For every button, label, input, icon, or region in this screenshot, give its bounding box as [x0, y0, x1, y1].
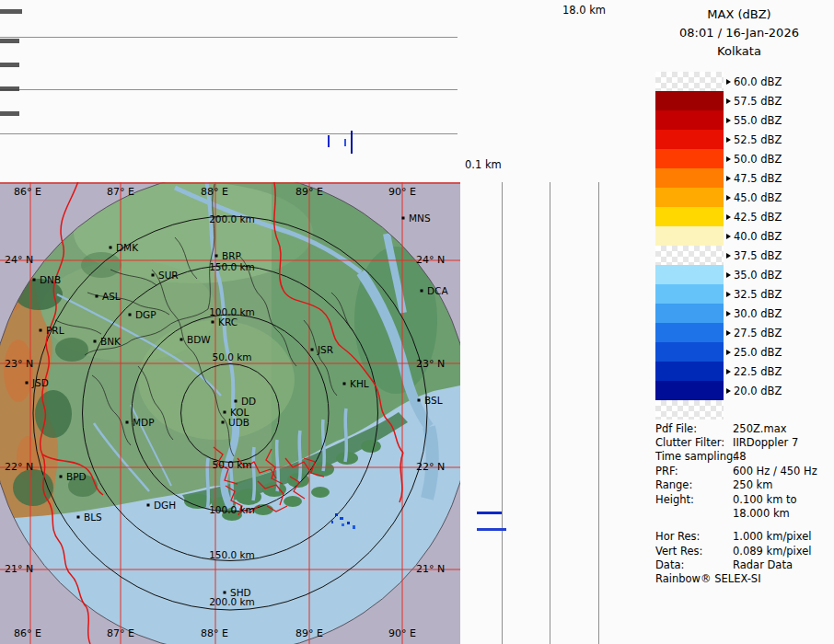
scale-tick-arrow — [726, 195, 731, 201]
scale-tick-arrow — [726, 214, 731, 220]
profile-gridline — [598, 182, 599, 644]
latitude-label: 22° N — [416, 461, 445, 473]
scale-label: 52.5 dBZ — [734, 133, 782, 146]
scale-row: 20.0 dBZ — [655, 381, 782, 400]
latitude-label: 24° N — [5, 254, 33, 266]
height-axis-tick — [0, 9, 22, 14]
scale-tick-arrow — [726, 253, 731, 259]
station-label: BLS — [84, 512, 102, 523]
longitude-label: 86° E — [14, 627, 41, 639]
station-dot — [96, 295, 98, 298]
station-label: MNS — [409, 213, 431, 224]
info-value: 0.089 km/pixel — [733, 545, 812, 558]
scale-row: 37.5 dBZ — [655, 246, 782, 265]
station-label: ASL — [102, 291, 121, 302]
longitude-label: 89° E — [295, 186, 323, 198]
longitude-label: 87° E — [107, 627, 134, 639]
scale-tick-arrow — [726, 272, 731, 278]
info-label: Range: — [655, 478, 733, 491]
scale-label: 22.5 dBZ — [734, 365, 782, 378]
side-axis-max-label: 18.0 km — [562, 4, 606, 17]
scale-tick-arrow — [726, 330, 731, 336]
profile-gridline — [0, 37, 458, 38]
scale-row: 32.5 dBZ — [655, 284, 782, 304]
scale-row: 47.5 dBZ — [655, 168, 782, 188]
side-axis-origin-label: 0.1 km — [465, 158, 502, 171]
legend-header: MAX (dBZ) 08:01 / 16-Jan-2026 Kolkata — [654, 6, 825, 61]
info-row: Clutter Filter:IIRDoppler 7 — [655, 435, 817, 449]
longitude-label: 87° E — [107, 186, 134, 198]
station-label: JSD — [31, 377, 49, 388]
scale-row: 45.0 dBZ — [655, 188, 782, 207]
station-label: SUR — [158, 270, 179, 281]
scale-row: 25.0 dBZ — [655, 342, 782, 362]
ring-label: 150.0 km — [209, 261, 255, 272]
side-profile-panel — [460, 182, 608, 644]
ring-label: 200.0 km — [209, 213, 255, 224]
info-label: Vert Res: — [655, 545, 733, 558]
station-label: BPD — [66, 471, 87, 482]
station-label: BSL — [424, 395, 443, 406]
scale-tick-arrow — [726, 369, 731, 374]
station-label: DGP — [135, 309, 156, 320]
ring-label: 150.0 km — [209, 549, 255, 560]
scale-row: 22.5 dBZ — [655, 362, 782, 381]
info-value: Radar Data — [733, 558, 793, 571]
station-dot — [224, 411, 226, 414]
station-label: DD — [241, 396, 256, 407]
info-row: Hor Res:1.000 km/pixel — [655, 530, 817, 544]
station-label: SHD — [230, 587, 251, 598]
info-value: 600 Hz / 450 Hz — [733, 465, 817, 477]
scale-tick-arrow — [726, 137, 731, 143]
scale-swatch — [655, 362, 724, 381]
station-dot — [152, 274, 155, 277]
info-label: Height: — [655, 493, 733, 506]
scale-label: 27.5 dBZ — [734, 327, 782, 339]
station-dot — [94, 340, 97, 343]
info-value: 250Z.max — [733, 422, 787, 435]
scale-tick-arrow — [726, 79, 731, 85]
info-row: Vert Res:0.089 km/pixel — [655, 544, 817, 558]
profile-gridline — [0, 89, 458, 90]
scale-row: 55.0 dBZ — [655, 110, 782, 130]
height-axis-tick — [0, 111, 19, 116]
station-dot — [77, 516, 80, 519]
scale-label: 25.0 dBZ — [734, 346, 782, 359]
scale-label: 30.0 dBZ — [734, 307, 782, 320]
profile-gridline — [550, 182, 550, 644]
height-axis-tick — [0, 63, 19, 67]
scale-swatch — [655, 149, 724, 168]
station-label: BDW — [187, 334, 211, 345]
echo-mark — [477, 512, 502, 514]
scale-row: 57.5 dBZ — [655, 91, 782, 110]
scale-row: 60.0 dBZ — [655, 72, 782, 91]
scale-label: 50.0 dBZ — [734, 153, 782, 166]
scale-label: 40.0 dBZ — [734, 230, 782, 243]
scale-label: 57.5 dBZ — [734, 95, 782, 108]
info-value: 18.000 km — [733, 507, 790, 520]
latitude-label: 23° N — [416, 358, 445, 370]
latitude-label: 24° N — [416, 254, 445, 266]
top-profile-panel — [0, 0, 460, 182]
axis-corner-panel: 18.0 km 0.1 km — [460, 0, 608, 182]
station-label: BRP — [222, 250, 241, 261]
scale-label: 60.0 dBZ — [734, 75, 782, 88]
scale-row: 40.0 dBZ — [655, 226, 782, 246]
longitude-label: 88° E — [201, 186, 228, 198]
station-label: DNB — [40, 274, 61, 285]
scale-swatch — [655, 168, 724, 188]
latitude-label: 21° N — [416, 563, 445, 575]
info-label: PRF: — [655, 465, 733, 477]
station-dot — [222, 421, 225, 424]
station-dot — [224, 592, 226, 594]
station-label: DCA — [427, 285, 448, 296]
ring-label: 50.0 km — [212, 351, 251, 362]
info-value: 250 km — [733, 478, 772, 491]
station-dot — [33, 279, 36, 282]
station-dot — [26, 382, 29, 385]
scale-label: 20.0 dBZ — [734, 385, 782, 397]
scale-swatch — [655, 381, 724, 400]
scale-swatch — [655, 284, 724, 304]
info-label: Time sampling: — [655, 450, 733, 463]
station-label: DMK — [116, 242, 139, 253]
